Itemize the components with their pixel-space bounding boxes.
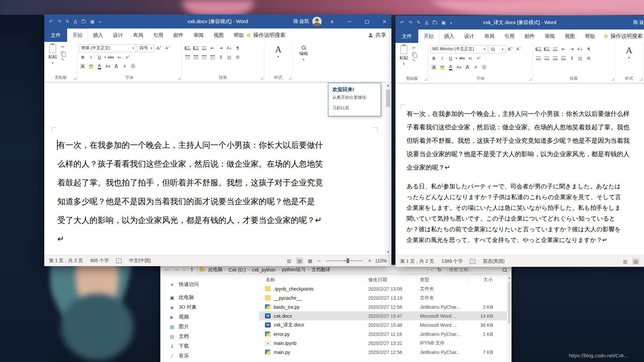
title-bar[interactable]: cxk_译文.docx [兼容模式] - Word 陈 旋	[395, 15, 644, 29]
file-row[interactable]: cxk.docx 2020/2/27 15:47 Microsoft Word …	[259, 311, 507, 320]
sort-icon[interactable]	[226, 45, 233, 52]
sidebar-item[interactable]: 3D 对象	[160, 302, 259, 312]
borders-icon[interactable]	[585, 55, 592, 62]
proofing-icon[interactable]	[116, 258, 121, 263]
minimize-icon[interactable]: ─	[342, 14, 357, 28]
file-row[interactable]: baidu_tra.py 2020/2/27 12:56 JetBrains P…	[259, 302, 507, 311]
shading-icon[interactable]	[226, 54, 233, 61]
search-icon[interactable]	[502, 268, 506, 272]
zoom-slider-thumb[interactable]	[346, 258, 349, 263]
ribbon-tab[interactable]: 审阅	[189, 28, 209, 42]
redo-icon[interactable]	[409, 20, 413, 25]
numbering-icon[interactable]	[192, 45, 199, 52]
italic-icon[interactable]	[439, 55, 446, 62]
switch-windows-icon[interactable]	[441, 20, 446, 25]
language-indicator[interactable]: 英语(美国)	[483, 258, 504, 264]
dialog-launcher-icon[interactable]	[640, 78, 642, 80]
chevron-down-icon[interactable]: ▾	[104, 55, 106, 59]
up-icon[interactable]: ↑	[188, 267, 196, 273]
share-button[interactable]: 共享	[369, 28, 391, 42]
show-marks-icon[interactable]	[585, 46, 592, 53]
numbering-icon[interactable]	[543, 46, 550, 53]
underline-icon[interactable]	[447, 55, 454, 62]
subscript-icon[interactable]	[116, 54, 123, 61]
decrease-size-icon[interactable]	[472, 64, 479, 71]
styles-button[interactable]: A ▾	[266, 44, 290, 58]
ribbon-tab[interactable]: 设计	[108, 28, 128, 42]
character-shading-icon[interactable]	[79, 63, 86, 70]
scrollbar-thumb[interactable]	[386, 89, 390, 107]
enclose-characters-icon[interactable]	[129, 63, 137, 70]
ribbon-tab[interactable]: 开始	[67, 28, 88, 42]
ribbon-tab[interactable]: 邮件	[520, 29, 540, 43]
bold-icon[interactable]	[430, 55, 437, 62]
back-icon[interactable]: ←	[163, 267, 171, 273]
borders-icon[interactable]	[234, 54, 241, 61]
breadcrumb-item[interactable]: 文档翻译	[310, 267, 332, 273]
strikethrough-icon[interactable]	[459, 55, 466, 62]
refresh-icon[interactable]: ↻	[435, 267, 443, 273]
sidebar-item[interactable]: 视频	[160, 312, 259, 322]
zoom-slider[interactable]	[326, 260, 363, 261]
grow-font-icon[interactable]	[156, 45, 163, 52]
shrink-font-icon[interactable]	[164, 45, 171, 52]
increase-indent-icon[interactable]	[217, 45, 224, 52]
enclose-characters-icon[interactable]	[481, 64, 488, 71]
align-right-icon[interactable]	[551, 55, 558, 62]
font-size-combo[interactable]: 11 ▾	[489, 45, 505, 53]
shading-icon[interactable]	[577, 55, 584, 62]
explorer-search[interactable]	[447, 266, 509, 274]
copy-icon[interactable]	[61, 51, 64, 55]
text-highlight-icon[interactable]	[88, 63, 95, 70]
sidebar-item[interactable]: 音乐	[160, 351, 259, 361]
sidebar-item[interactable]: 此电脑	[160, 293, 259, 302]
ribbon-tab[interactable]: 布局	[479, 29, 499, 43]
change-case-icon[interactable]	[455, 64, 463, 71]
file-row[interactable]: cxk_译文.docx 2020/2/27 15:48 Microsoft Wo…	[259, 320, 507, 329]
subscript-icon[interactable]	[467, 55, 474, 62]
line-spacing-icon[interactable]	[568, 55, 575, 62]
address-dropdown-icon[interactable]: ∨	[429, 268, 434, 272]
web-layout-icon[interactable]: ▦	[307, 257, 314, 264]
dialog-launcher-icon[interactable]	[261, 77, 263, 79]
increase-indent-icon[interactable]	[568, 46, 575, 53]
font-style-icon[interactable]	[74, 19, 77, 24]
column-name[interactable]: 名称	[259, 277, 366, 283]
tell-me-search[interactable]: 操作说明搜索	[247, 28, 285, 42]
ribbon-tab[interactable]: 帮助	[580, 29, 600, 43]
align-center-icon[interactable]	[543, 55, 550, 62]
page-indicator[interactable]: 第 1 页，共 2 页	[49, 258, 83, 264]
ribbon-tab[interactable]: 帮助	[229, 28, 249, 42]
paste-button[interactable]: 粘贴 ▾	[47, 44, 58, 65]
document-text[interactable]: 有一次，在我参加的一个晚会上，主持人问一个小男孩：你长大以后要做什么样的人？孩子…	[57, 136, 323, 248]
explorer-scrollbar[interactable]: ▲	[507, 275, 512, 362]
font-size-combo[interactable]: 四号 ▾	[138, 44, 154, 52]
document-text-chinese[interactable]: 有一次，在我参加的一个晚会上，主持人问一个小男孩：你长大以后要做什么样子看看我们…	[407, 107, 630, 174]
title-bar[interactable]: cxk.docx [兼容模式] - Word 陈 旋凯 ∧ ─ □ ×	[44, 14, 391, 28]
sort-icon[interactable]	[577, 46, 584, 53]
account-name[interactable]: 陈 旋凯	[293, 18, 309, 24]
breadcrumb[interactable]: 此电脑 › Cxk (D:) › cxk_python › python练习 ›…	[197, 266, 428, 274]
font-color-icon[interactable]	[447, 64, 454, 71]
scroll-up-icon[interactable]: ▲	[385, 82, 391, 88]
open-folder-icon[interactable]	[82, 20, 86, 23]
print-layout-icon[interactable]: ▤	[296, 257, 303, 264]
italic-icon[interactable]	[88, 54, 95, 61]
line-spacing-icon[interactable]	[217, 54, 224, 61]
page-indicator[interactable]: 第 1 页，共 2 页	[400, 258, 434, 264]
dialog-launcher-icon[interactable]	[529, 78, 531, 80]
copy-icon[interactable]	[412, 52, 415, 56]
switch-windows-icon[interactable]	[90, 19, 95, 24]
chevron-down-icon[interactable]: ▾	[455, 56, 457, 60]
superscript-icon[interactable]	[124, 54, 131, 61]
close-icon[interactable]: ×	[377, 14, 391, 28]
dialog-launcher-icon[interactable]	[611, 78, 614, 80]
cut-icon[interactable]	[61, 45, 64, 49]
ribbon-tab[interactable]: 插入	[88, 28, 108, 42]
tell-me-search[interactable]: 操作说明搜索	[604, 29, 643, 43]
file-row[interactable]: main.ipynb 2020/2/27 13:31 IPYNB 文件	[259, 339, 507, 348]
dialog-launcher-icon[interactable]	[178, 77, 180, 79]
language-indicator[interactable]: 中文(中国)	[129, 258, 151, 264]
align-left-icon[interactable]	[184, 54, 191, 61]
account-name[interactable]: 陈 旋	[633, 19, 644, 25]
